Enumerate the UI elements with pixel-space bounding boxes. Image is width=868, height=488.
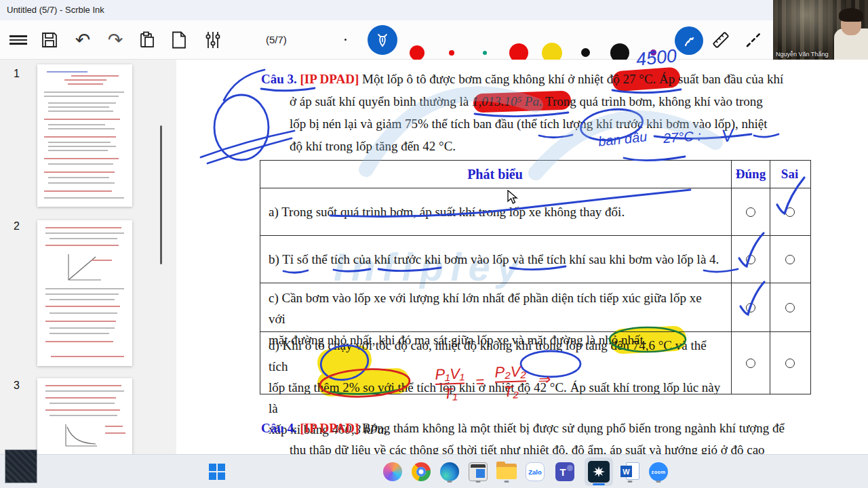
q3-75pct: 75% (405, 117, 429, 131)
q3-tag: [IP DPAD] (300, 72, 359, 86)
file-explorer-icon (496, 464, 517, 480)
taskbar-word[interactable]: W (618, 460, 642, 483)
handwriting-check-v: V (720, 125, 734, 147)
pen-color-red-small[interactable] (449, 50, 454, 56)
row-d-2pct: 2% (342, 380, 359, 394)
q3-label: Câu 3. (261, 72, 297, 86)
redo-icon: ↷ (108, 31, 123, 49)
q3-pressure-value: 1,013.10⁵ Pa. (472, 94, 542, 108)
table-row-b: b) Tỉ số thể tích của khí trước khi bơm … (260, 235, 810, 283)
row-c-dung-radio (746, 303, 755, 312)
row-c-line-1: c) Cần bơm vào lốp xe với lượng khí lớn … (269, 287, 722, 329)
thumbnail-page-2[interactable] (37, 220, 132, 366)
person-hair (839, 8, 863, 22)
formula-den-1: T₁ (443, 386, 458, 402)
dark-widget-thumbnail[interactable] (5, 449, 37, 483)
q3-text-1a: Một lốp ô tô được bơm căng không khí ở n… (362, 72, 623, 86)
copilot-icon (383, 462, 402, 481)
sliders-icon (204, 30, 222, 49)
handwriting-4500: 4500 (635, 45, 678, 70)
zoom-icon: zoom (649, 462, 668, 481)
pen-size-tiny-black[interactable] (344, 39, 347, 41)
redo-button[interactable]: ↷ (104, 20, 126, 60)
save-button[interactable] (39, 20, 60, 60)
zalo-icon: Zalo (526, 462, 545, 481)
undo-button[interactable]: ↶ (72, 20, 94, 60)
row-d-dung-radio (746, 359, 755, 368)
pen-color-black-small[interactable] (581, 48, 590, 57)
menu-button[interactable] (8, 20, 28, 60)
q4-label: Câu 4. (261, 421, 297, 435)
statement-table: Phát biểu Đúng Sai a) Trong suốt quá trì… (260, 160, 811, 394)
thumbnail-sidebar: 1 2 (0, 60, 176, 454)
page-indicator: (5/7) (266, 34, 287, 45)
mouse-cursor (507, 190, 519, 205)
handwriting-formula: P₁V₁T₁ = P₂V₂T₂ ⇒ (435, 363, 550, 402)
q3-line-1: Câu 3. [IP DPAD] Một lốp ô tô được bơm c… (261, 72, 783, 87)
window-title: Untitled (5/7) - Scrble Ink (7, 5, 104, 15)
formula-arrow: ⇒ (537, 371, 550, 389)
pen-color-teal-small[interactable] (483, 51, 487, 55)
row-d-text-1a: d) Khi ô tô chạy với tốc độ cao, nhiệt đ… (269, 338, 633, 352)
pen-color-red-medium[interactable] (410, 45, 425, 60)
table-header-row: Phát biểu Đúng Sai (260, 161, 810, 188)
undo-icon: ↶ (75, 31, 91, 49)
start-button[interactable] (205, 460, 229, 483)
taskbar-teams[interactable]: T (553, 460, 576, 483)
formula-equals: = (475, 373, 485, 390)
taskbar-scrble-ink-active[interactable] (585, 458, 613, 486)
teams-label: T (559, 466, 566, 478)
taskbar-chrome[interactable] (410, 460, 433, 483)
squiggle-icon (681, 33, 697, 49)
taskbar-zoom[interactable]: zoom (647, 460, 670, 483)
row-b-sai-radio (785, 255, 795, 264)
new-page-button[interactable] (169, 20, 189, 60)
ruler-icon (711, 30, 731, 50)
q3-text-2c: Trong quá trình bơm, không khí vào trong (542, 94, 763, 108)
paste-button[interactable] (137, 20, 157, 60)
dashed-line-tool-button[interactable] (742, 20, 765, 60)
thumb2-graph (63, 251, 104, 283)
save-icon (41, 31, 58, 49)
scribble-tool-button[interactable] (675, 26, 703, 55)
taskbar-file-explorer[interactable] (495, 460, 518, 483)
q3-text-4c: . (452, 139, 456, 153)
q3-line-4: độ khí trong lốp tăng đến 42 °C. (290, 139, 456, 154)
app-window: Untitled (5/7) - Scrble Ink ↶ ↷ (5/7) (0, 0, 868, 488)
table-row-c: c) Cần bơm vào lốp xe với lượng khí lớn … (260, 283, 810, 331)
clipboard-icon (138, 31, 156, 49)
formula-num-2: P₂V₂ (494, 363, 526, 380)
page-icon (171, 31, 187, 49)
q3-text-3c: thể tích ban đầu (thể tích lượng khí trư… (429, 117, 768, 131)
formula-fraction-1: P₁V₁T₁ (435, 365, 465, 402)
thumb3-graph (60, 422, 100, 449)
taskbar-zalo[interactable]: Zalo (524, 460, 547, 483)
thumbnail-page-3[interactable] (37, 378, 132, 454)
row-c-sai-radio (785, 303, 795, 312)
q3-line-2: ở áp suất khí quyển bình thường là 1,013… (290, 94, 763, 109)
pen-tool-button[interactable] (368, 25, 397, 55)
word-label: W (623, 468, 629, 476)
q3-text-3a: lốp bị nén lại và giảm (290, 117, 405, 131)
pen-nib-icon (374, 32, 391, 48)
zoom-label: zoom (652, 469, 666, 475)
q3-text-4a: độ khí trong lốp tăng đến (290, 139, 422, 153)
teams-icon: T (555, 462, 574, 481)
formula-den-2: T₂ (503, 384, 519, 400)
q4-text-1: Bóng thám không là một thiết bị được sử … (362, 421, 785, 435)
taskbar-edge[interactable] (438, 460, 461, 483)
dashed-line-icon (744, 30, 763, 49)
table-header-dung: Đúng (736, 167, 766, 182)
ruler-tool-button[interactable] (709, 20, 732, 60)
row-a-dung-radio (746, 207, 755, 217)
webcam-overlay[interactable]: Nguyễn Văn Thắng (773, 0, 868, 60)
table-header-sai: Sai (781, 167, 798, 182)
row-d-sai-radio (785, 359, 795, 368)
taskbar-app-window[interactable] (467, 460, 490, 483)
scrble-ink-icon (588, 461, 610, 483)
sidebar-scrollbar[interactable] (160, 125, 162, 264)
settings-sliders-button[interactable] (202, 20, 224, 60)
q3-temp-27: 27 °C (623, 72, 653, 86)
taskbar-copilot[interactable] (381, 460, 404, 483)
thumbnail-page-1[interactable] (37, 64, 132, 207)
